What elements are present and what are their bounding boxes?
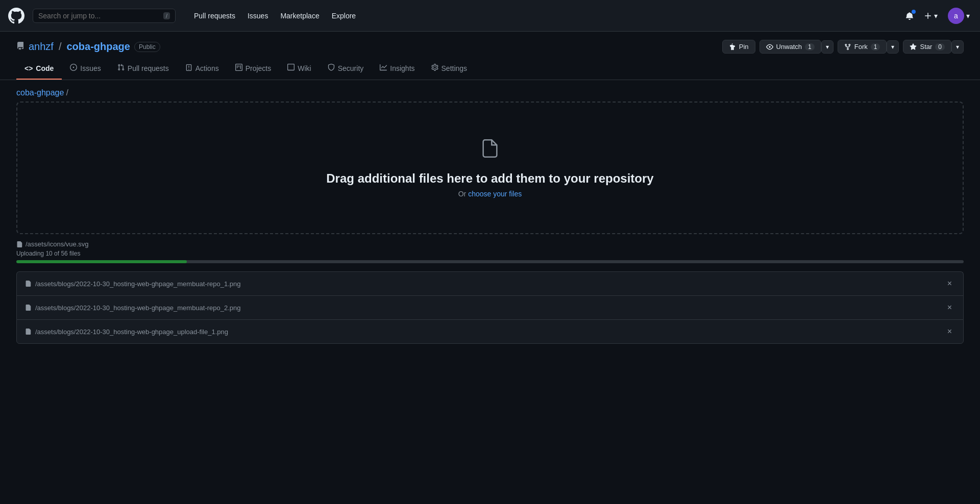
progress-bar-fill bbox=[16, 260, 187, 263]
star-dropdown[interactable]: ▾ bbox=[951, 40, 964, 54]
progress-bar-track bbox=[16, 260, 964, 263]
repo-owner-link[interactable]: anhzf bbox=[29, 41, 54, 53]
file-item-close-2[interactable]: × bbox=[944, 326, 955, 337]
nav-pull-requests[interactable]: Pull requests bbox=[188, 8, 241, 24]
watch-dropdown[interactable]: ▾ bbox=[821, 40, 834, 54]
upload-current-file: /assets/icons/vue.svg bbox=[16, 240, 964, 248]
search-input[interactable] bbox=[38, 12, 159, 20]
nav-explore[interactable]: Explore bbox=[326, 8, 362, 24]
file-item-name-2: /assets/blogs/2022-10-30_hosting-web-ghp… bbox=[25, 328, 228, 336]
repo-tabs: <> Code Issues Pull requests Actions Pro… bbox=[0, 58, 980, 80]
tab-actions[interactable]: Actions bbox=[177, 58, 227, 80]
tab-wiki[interactable]: Wiki bbox=[279, 58, 319, 80]
drop-file-icon bbox=[480, 138, 500, 163]
tab-code[interactable]: <> Code bbox=[16, 58, 62, 80]
tab-projects[interactable]: Projects bbox=[227, 58, 280, 80]
repo-title: anhzf / coba-ghpage Public bbox=[16, 41, 160, 53]
drop-zone[interactable]: Drag additional files here to add them t… bbox=[16, 102, 964, 234]
repo-header: anhzf / coba-ghpage Public Pin Unwatch 1… bbox=[0, 32, 980, 54]
tab-security-label: Security bbox=[338, 64, 364, 72]
nav-marketplace[interactable]: Marketplace bbox=[274, 8, 325, 24]
tab-wiki-label: Wiki bbox=[298, 64, 311, 72]
avatar-button[interactable]: a bbox=[946, 6, 972, 26]
repo-icon bbox=[16, 41, 24, 53]
tab-pr-label: Pull requests bbox=[128, 64, 169, 72]
nav-issues[interactable]: Issues bbox=[241, 8, 274, 24]
file-list: /assets/blogs/2022-10-30_hosting-web-ghp… bbox=[16, 271, 964, 344]
breadcrumb-separator: / bbox=[66, 88, 68, 97]
insights-tab-icon bbox=[380, 64, 387, 72]
tab-projects-label: Projects bbox=[246, 64, 272, 72]
repo-separator: / bbox=[59, 41, 62, 53]
create-chevron bbox=[934, 12, 938, 20]
notifications-button[interactable] bbox=[903, 10, 916, 22]
star-label: Star bbox=[920, 43, 932, 51]
notification-dot bbox=[912, 10, 916, 14]
file-item: /assets/blogs/2022-10-30_hosting-web-ghp… bbox=[16, 295, 964, 319]
repo-actions: Pin Unwatch 1 ▾ Fork 1 ▾ Star 0 bbox=[722, 40, 964, 54]
watch-count: 1 bbox=[805, 43, 815, 51]
file-item-name-0: /assets/blogs/2022-10-30_hosting-web-ghp… bbox=[25, 280, 241, 288]
star-count: 0 bbox=[935, 43, 945, 51]
drop-title: Drag additional files here to add them t… bbox=[326, 171, 653, 186]
search-box[interactable]: / bbox=[33, 9, 176, 23]
actions-tab-icon bbox=[185, 64, 192, 72]
tab-settings-label: Settings bbox=[442, 64, 468, 72]
search-shortcut: / bbox=[163, 12, 170, 19]
nav-right: a bbox=[903, 6, 972, 26]
file-item-close-0[interactable]: × bbox=[944, 278, 955, 289]
pr-tab-icon bbox=[117, 64, 125, 72]
breadcrumb: coba-ghpage / bbox=[0, 80, 980, 102]
issues-tab-icon bbox=[70, 64, 77, 72]
choose-files-link[interactable]: choose your files bbox=[468, 190, 522, 198]
avatar: a bbox=[948, 8, 964, 24]
fork-button[interactable]: Fork 1 bbox=[838, 40, 887, 54]
file-item-close-1[interactable]: × bbox=[944, 302, 955, 313]
tab-actions-label: Actions bbox=[195, 64, 219, 72]
watch-label: Unwatch bbox=[776, 43, 802, 51]
fork-dropdown[interactable]: ▾ bbox=[887, 40, 899, 54]
projects-tab-icon bbox=[235, 64, 242, 72]
wiki-tab-icon bbox=[287, 64, 295, 72]
create-button[interactable] bbox=[922, 10, 940, 22]
tab-pull-requests[interactable]: Pull requests bbox=[109, 58, 177, 80]
tab-insights-label: Insights bbox=[390, 64, 414, 72]
star-button[interactable]: Star 0 bbox=[903, 40, 951, 54]
file-item-name-1: /assets/blogs/2022-10-30_hosting-web-ghp… bbox=[25, 304, 241, 312]
security-tab-icon bbox=[328, 64, 335, 72]
watch-button[interactable]: Unwatch 1 bbox=[760, 40, 821, 54]
file-item: /assets/blogs/2022-10-30_hosting-web-ghp… bbox=[16, 271, 964, 295]
breadcrumb-repo-link[interactable]: coba-ghpage bbox=[16, 88, 64, 97]
repo-name-link[interactable]: coba-ghpage bbox=[67, 41, 130, 53]
github-logo[interactable] bbox=[8, 8, 24, 24]
tab-issues[interactable]: Issues bbox=[62, 58, 109, 80]
tab-code-label: Code bbox=[36, 64, 54, 72]
fork-count: 1 bbox=[871, 43, 880, 51]
tab-settings[interactable]: Settings bbox=[423, 58, 476, 80]
pin-button[interactable]: Pin bbox=[722, 40, 755, 54]
settings-tab-icon bbox=[431, 64, 438, 72]
drop-subtitle: Or choose your files bbox=[458, 190, 522, 198]
fork-label: Fork bbox=[854, 43, 868, 51]
tab-insights[interactable]: Insights bbox=[372, 58, 423, 80]
tab-issues-label: Issues bbox=[80, 64, 101, 72]
file-item: /assets/blogs/2022-10-30_hosting-web-ghp… bbox=[16, 319, 964, 344]
nav-links: Pull requests Issues Marketplace Explore bbox=[188, 8, 362, 24]
code-tab-icon: <> bbox=[24, 64, 33, 72]
tab-security[interactable]: Security bbox=[320, 58, 372, 80]
upload-status: /assets/icons/vue.svg Uploading 10 of 56… bbox=[16, 240, 964, 263]
avatar-chevron bbox=[966, 12, 970, 20]
top-nav: / Pull requests Issues Marketplace Explo… bbox=[0, 0, 980, 32]
repo-visibility-badge: Public bbox=[134, 42, 160, 52]
pin-label: Pin bbox=[739, 43, 749, 51]
upload-progress-label: Uploading 10 of 56 files bbox=[16, 250, 964, 257]
